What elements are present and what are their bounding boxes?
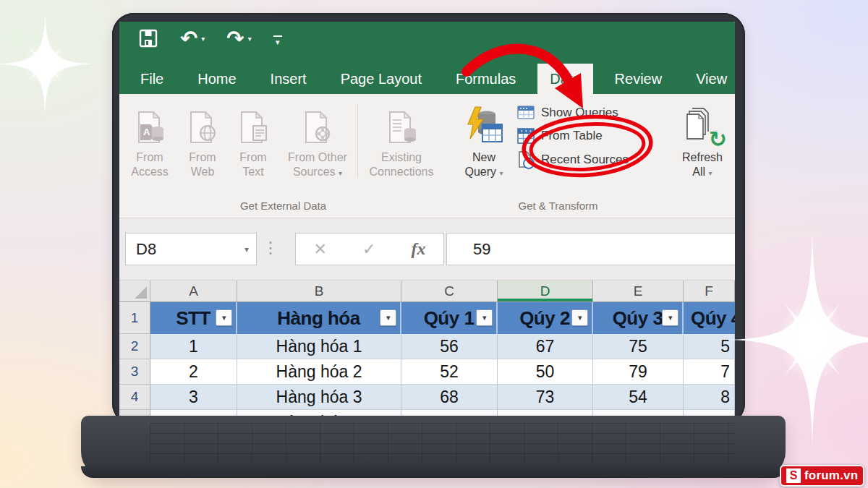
undo-button[interactable]: ↶ ▾ (180, 27, 205, 49)
formula-input[interactable]: 59 (446, 233, 735, 265)
cell-b2[interactable]: Hàng hóa 1 (237, 334, 401, 359)
new-query-icon (463, 101, 505, 147)
cell-d3[interactable]: 50 (498, 359, 593, 385)
tab-review[interactable]: Review (603, 64, 675, 94)
refresh-all-dropdown-icon: ▾ (709, 169, 712, 177)
svg-text:A: A (143, 127, 150, 137)
table-header-quy-2[interactable]: Qúy 2▾ (498, 302, 593, 334)
table-header-quy-1[interactable]: Qúy 1▾ (401, 302, 498, 334)
tab-formulas[interactable]: Formulas (443, 64, 528, 94)
undo-dropdown-icon[interactable]: ▾ (201, 35, 205, 43)
cell-e4[interactable]: 54 (593, 385, 684, 410)
cell-a4[interactable]: 3 (150, 385, 237, 410)
table-row: 3 2 Hàng hóa 2 52 50 79 7 (119, 359, 735, 385)
column-header-d[interactable]: D (498, 281, 593, 301)
transform-small-buttons: Show Queries (516, 97, 665, 199)
from-text-button[interactable]: FromText (228, 97, 278, 199)
insert-function-icon[interactable]: fx (411, 239, 425, 259)
cell-b4[interactable]: Hàng hóa 3 (237, 385, 401, 410)
stage: ↶ ▾ ↷ ▾ ▾ File Home Insert (0, 0, 868, 488)
filter-button-icon[interactable]: ▾ (380, 309, 396, 326)
table-header-quy-4[interactable]: Qúy 4▾ (684, 302, 735, 334)
from-other-sources-dropdown-icon: ▾ (339, 169, 342, 177)
cell-f3[interactable]: 7 (684, 359, 735, 385)
tab-home[interactable]: Home (185, 64, 248, 94)
filter-button-icon[interactable]: ▾ (662, 309, 678, 326)
recent-sources-icon (516, 150, 535, 169)
sparkle-top-left (0, 12, 98, 116)
cell-d4[interactable]: 73 (498, 385, 593, 410)
refresh-all-button[interactable]: ↻ RefreshAll ▾ (666, 97, 735, 199)
cancel-icon[interactable]: ✕ (314, 240, 327, 259)
cell-b3[interactable]: Hàng hóa 2 (237, 359, 401, 385)
cell-a3[interactable]: 2 (150, 359, 237, 385)
cell-c3[interactable]: 52 (401, 359, 498, 385)
filter-button-icon[interactable]: ▾ (476, 309, 493, 326)
redo-button[interactable]: ↷ ▾ (226, 27, 251, 49)
select-all-button[interactable] (119, 281, 150, 301)
row-number[interactable]: 2 (119, 334, 150, 359)
table-header-quy-3[interactable]: Qúy 3▾ (593, 302, 684, 334)
sforum-logo: S forum.vn (780, 465, 864, 487)
column-header-b[interactable]: B (237, 281, 401, 301)
column-headers: A B C D E F (119, 281, 735, 302)
from-other-sources-icon (301, 101, 334, 147)
from-access-button[interactable]: A FromAccess (122, 97, 177, 199)
cell-e2[interactable]: 75 (593, 334, 684, 359)
tab-view[interactable]: View (684, 64, 735, 94)
from-table-button[interactable]: From Table (516, 127, 665, 145)
new-query-button[interactable]: NewQuery ▾ (451, 97, 516, 199)
row-number[interactable]: 1 (119, 302, 150, 334)
group-connections: ↻ RefreshAll ▾ (666, 94, 735, 218)
laptop-front-edge (81, 466, 786, 478)
excel-window: ↶ ▾ ↷ ▾ ▾ File Home Insert (119, 22, 735, 419)
table-header-stt[interactable]: STT▾ (150, 302, 237, 334)
cell-a2[interactable]: 1 (150, 334, 237, 359)
formula-bar-handle-icon[interactable]: ⋮ (263, 239, 278, 257)
table-header-hang-hoa[interactable]: Hàng hóa▾ (237, 302, 401, 334)
filter-button-icon[interactable]: ▾ (571, 309, 588, 326)
from-other-sources-button[interactable]: From OtherSources ▾ (278, 97, 357, 199)
row-number[interactable]: 3 (119, 359, 150, 385)
cell-e3[interactable]: 79 (593, 359, 684, 385)
existing-connections-icon (384, 101, 419, 147)
show-queries-button[interactable]: Show Queries (516, 104, 665, 121)
name-box-dropdown-icon[interactable]: ▾ (244, 244, 249, 254)
column-header-a[interactable]: A (150, 281, 237, 301)
column-header-c[interactable]: C (401, 281, 498, 301)
tab-data[interactable]: Data (537, 64, 592, 94)
group-get-and-transform: NewQuery ▾ (451, 94, 665, 218)
row-number[interactable]: 4 (119, 385, 150, 410)
column-header-f[interactable]: F (684, 281, 735, 301)
save-icon[interactable] (138, 28, 158, 48)
redo-dropdown-icon[interactable]: ▾ (248, 35, 252, 43)
name-box-value: D8 (136, 240, 156, 259)
tab-insert[interactable]: Insert (258, 64, 319, 94)
redo-icon: ↷ (226, 27, 244, 49)
show-queries-label: Show Queries (541, 106, 618, 120)
enter-icon[interactable]: ✓ (362, 240, 375, 258)
cell-f2[interactable]: 5 (684, 334, 735, 359)
select-all-icon (135, 286, 147, 299)
tab-page-layout[interactable]: Page Layout (328, 64, 434, 94)
table-row: 4 3 Hàng hóa 3 68 73 54 8 (119, 385, 735, 410)
tab-file[interactable]: File (128, 64, 176, 94)
table-header-row: 1 STT▾ Hàng hóa▾ Qúy 1▾ Qúy 2▾ Qúy 3▾ Qú… (119, 302, 735, 334)
column-header-e[interactable]: E (593, 281, 684, 301)
refresh-all-icon: ↻ (684, 101, 721, 147)
recent-sources-label: Recent Sources (541, 153, 629, 167)
cell-c4[interactable]: 68 (401, 385, 498, 410)
cell-c2[interactable]: 56 (401, 334, 498, 359)
cell-f4[interactable]: 8 (684, 385, 735, 410)
formula-bar: D8 ▾ ⋮ ✕ ✓ fx 59 (119, 218, 735, 281)
from-web-button[interactable]: FromWeb (177, 97, 228, 199)
excel-title-bar: ↶ ▾ ↷ ▾ ▾ File Home Insert (119, 22, 735, 94)
name-box[interactable]: D8 ▾ (125, 233, 257, 265)
filter-button-icon[interactable]: ▾ (216, 309, 232, 326)
recent-sources-button[interactable]: Recent Sources (516, 150, 665, 169)
cell-d2[interactable]: 67 (498, 334, 593, 359)
sforum-logo-initial: S (786, 468, 801, 483)
existing-connections-button[interactable]: ExistingConnections (359, 97, 444, 199)
customize-quick-access-button[interactable]: ▾ (273, 35, 282, 45)
from-table-label: From Table (541, 129, 603, 143)
